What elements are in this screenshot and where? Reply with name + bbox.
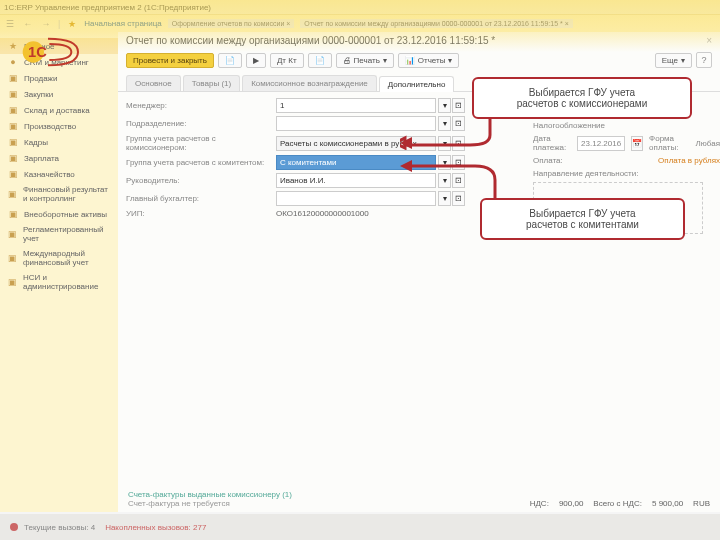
payment-value-link[interactable]: Оплата в рублях bbox=[658, 156, 720, 165]
payment-label: Оплата: bbox=[533, 156, 563, 165]
sidebar-item-main[interactable]: ★Главное bbox=[0, 38, 118, 54]
separator-icon: | bbox=[58, 19, 60, 29]
show-button[interactable]: 📄 bbox=[308, 53, 332, 68]
globe-icon: ▣ bbox=[8, 253, 17, 263]
sidebar-item-regaccounting[interactable]: ▣Регламентированный учет bbox=[0, 222, 118, 246]
post-button[interactable]: ▶ bbox=[246, 53, 266, 68]
truck-icon: ▣ bbox=[8, 105, 18, 115]
status-dot-icon bbox=[10, 523, 18, 531]
star-icon: ★ bbox=[8, 41, 18, 51]
nav-bar: ☰ ← → | ★ Начальная страница Оформление … bbox=[0, 14, 720, 32]
callout-text-2: расчетов с комиссионерами bbox=[486, 98, 678, 109]
uip-label: УИП: bbox=[126, 209, 276, 218]
print-label: Печать bbox=[354, 56, 380, 65]
dropdown-icon[interactable]: ▾ bbox=[438, 155, 451, 170]
sidebar-item-hr[interactable]: ▣Кадры bbox=[0, 134, 118, 150]
head-label: Руководитель: bbox=[126, 176, 276, 185]
back-icon[interactable]: ← bbox=[22, 18, 34, 30]
gfu-komissioner-input[interactable]: Расчеты с комиссионерами в рублях bbox=[276, 136, 436, 151]
division-input[interactable] bbox=[276, 116, 436, 131]
save-button[interactable]: 📄 bbox=[218, 53, 242, 68]
sidebar-item-label: Международный финансовый учет bbox=[23, 249, 110, 267]
post-and-close-button[interactable]: Провести и закрыть bbox=[126, 53, 214, 68]
title-bar: 1С:ERP Управление предприятием 2 (1С:Пре… bbox=[0, 0, 720, 14]
tab-commission[interactable]: Комиссионное вознаграждение bbox=[242, 75, 377, 91]
gfu-komitent-input[interactable]: С комитентами bbox=[276, 155, 436, 170]
forward-icon[interactable]: → bbox=[40, 18, 52, 30]
open-icon[interactable]: ⊡ bbox=[452, 116, 465, 131]
cart-icon: ▣ bbox=[8, 89, 18, 99]
footer-area: Счета-фактуры выданные комиссионеру (1) … bbox=[118, 486, 720, 512]
reports-button[interactable]: 📊 Отчеты ▾ bbox=[398, 53, 460, 68]
sidebar-item-label: НСИ и администрирование bbox=[23, 273, 110, 291]
building-icon: ▣ bbox=[8, 209, 18, 219]
start-page-link[interactable]: Начальная страница bbox=[84, 19, 161, 28]
close-icon[interactable]: × bbox=[706, 35, 712, 46]
factory-icon: ▣ bbox=[8, 121, 18, 131]
menu-icon[interactable]: ☰ bbox=[4, 18, 16, 30]
tab-goods[interactable]: Товары (1) bbox=[183, 75, 241, 91]
sidebar-item-assets[interactable]: ▣Внеоборотные активы bbox=[0, 206, 118, 222]
dtkt-button[interactable]: Дт Кт bbox=[270, 53, 304, 68]
callout-komitent: Выбирается ГФУ учета расчетов с комитент… bbox=[480, 198, 685, 240]
open-icon[interactable]: ⊡ bbox=[452, 136, 465, 151]
sidebar-item-label: CRM и маркетинг bbox=[24, 58, 89, 67]
calendar-icon[interactable]: 📅 bbox=[631, 136, 643, 151]
pay-date-label: Дата платежа: bbox=[533, 134, 571, 152]
dtkt-label: Дт Кт bbox=[277, 56, 297, 65]
dropdown-icon[interactable]: ▾ bbox=[438, 116, 451, 131]
chief-accountant-label: Главный бухгалтер: bbox=[126, 194, 276, 203]
bank-icon: ▣ bbox=[8, 169, 18, 179]
dropdown-icon[interactable]: ▾ bbox=[438, 136, 451, 151]
more-button[interactable]: Еще ▾ bbox=[655, 53, 692, 68]
sidebar-item-finresult[interactable]: ▣Финансовый результат и контроллинг bbox=[0, 182, 118, 206]
sidebar-item-treasury[interactable]: ▣Казначейство bbox=[0, 166, 118, 182]
chief-accountant-input[interactable] bbox=[276, 191, 436, 206]
open-icon[interactable]: ⊡ bbox=[452, 98, 465, 113]
sidebar: 1С ★Главное ●CRM и маркетинг ▣Продажи ▣З… bbox=[0, 32, 118, 512]
sidebar-item-admin[interactable]: ▣НСИ и администрирование bbox=[0, 270, 118, 294]
graph-icon: ▣ bbox=[8, 189, 17, 199]
nav-tab-2[interactable]: Отчет по комиссии между организациями 00… bbox=[300, 19, 572, 28]
print-button[interactable]: 🖨 Печать ▾ bbox=[336, 53, 394, 68]
sidebar-item-label: Кадры bbox=[24, 138, 48, 147]
sidebar-item-purchases[interactable]: ▣Закупки bbox=[0, 86, 118, 102]
head-input[interactable]: Иванов И.И. bbox=[276, 173, 436, 188]
assignment-label: Направление деятельности: bbox=[533, 169, 638, 178]
gear-icon: ▣ bbox=[8, 277, 17, 287]
pay-form-value[interactable]: Любая bbox=[696, 139, 720, 148]
dropdown-icon[interactable]: ▾ bbox=[438, 173, 451, 188]
open-icon[interactable]: ⊡ bbox=[452, 173, 465, 188]
manager-input[interactable]: 1 bbox=[276, 98, 436, 113]
sidebar-item-label: Зарплата bbox=[24, 154, 59, 163]
open-icon[interactable]: ⊡ bbox=[452, 191, 465, 206]
open-icon[interactable]: ⊡ bbox=[452, 155, 465, 170]
callout-text-2: расчетов с комитентами bbox=[494, 219, 671, 230]
status-bar: Текущие вызовы: 4 Накопленных вызовов: 2… bbox=[0, 514, 720, 540]
app-title: 1С:ERP Управление предприятием 2 (1С:Пре… bbox=[4, 3, 211, 12]
star-icon[interactable]: ★ bbox=[66, 18, 78, 30]
callout-text-1: Выбирается ГФУ учета bbox=[494, 208, 671, 219]
sidebar-item-salary[interactable]: ▣Зарплата bbox=[0, 150, 118, 166]
invoice-status-text: Счет-фактура не требуется bbox=[128, 499, 292, 508]
sidebar-item-label: Закупки bbox=[24, 90, 53, 99]
tab-main[interactable]: Основное bbox=[126, 75, 181, 91]
tab-additional[interactable]: Дополнительно bbox=[379, 76, 455, 92]
nav-tab-1[interactable]: Оформление отчетов по комиссии × bbox=[168, 19, 295, 28]
sidebar-item-warehouse[interactable]: ▣Склад и доставка bbox=[0, 102, 118, 118]
help-button[interactable]: ? bbox=[696, 52, 712, 68]
dropdown-icon[interactable]: ▾ bbox=[438, 191, 451, 206]
sidebar-item-label: Регламентированный учет bbox=[23, 225, 110, 243]
pay-date-input[interactable]: 23.12.2016 bbox=[577, 136, 625, 151]
sidebar-item-ifrs[interactable]: ▣Международный финансовый учет bbox=[0, 246, 118, 270]
dropdown-icon[interactable]: ▾ bbox=[438, 98, 451, 113]
division-label: Подразделение: bbox=[126, 119, 276, 128]
sidebar-item-label: Продажи bbox=[24, 74, 57, 83]
gfu-komitent-label: Группа учета расчетов с комитентом: bbox=[126, 158, 276, 167]
sidebar-item-production[interactable]: ▣Производство bbox=[0, 118, 118, 134]
invoice-link[interactable]: Счета-фактуры выданные комиссионеру (1) bbox=[128, 490, 292, 499]
sidebar-item-label: Производство bbox=[24, 122, 76, 131]
sidebar-item-sales[interactable]: ▣Продажи bbox=[0, 70, 118, 86]
currency: RUB bbox=[693, 499, 710, 508]
sidebar-item-crm[interactable]: ●CRM и маркетинг bbox=[0, 54, 118, 70]
